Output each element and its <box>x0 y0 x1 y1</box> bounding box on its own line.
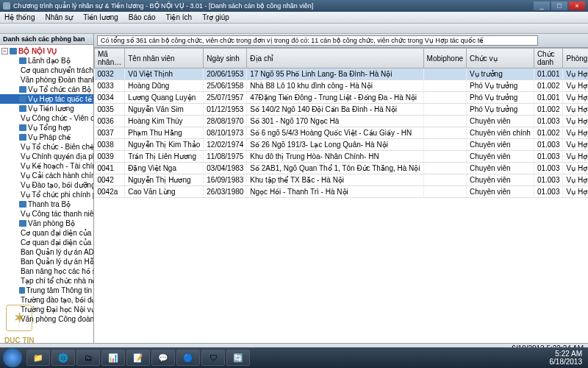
cell: Đặng Việt Nga <box>125 163 204 174</box>
cell: Vụ Hợp tác quốc tế <box>563 92 588 104</box>
table-row[interactable]: 0036Hoàng Kim Thúy28/08/1970Số 301 - Ngõ… <box>95 116 589 127</box>
cell: 0041 <box>95 163 125 174</box>
tree-item[interactable]: Cơ quan đại diện của Văn p <box>0 228 93 238</box>
cell: Số 2AB1, Ngõ Quan Thổ 1, Tôn Đức Thắng, … <box>247 163 423 174</box>
table-row[interactable]: 0033Hoàng Dũng25/06/1958Nhà B8 Lô 10 khu… <box>95 80 589 92</box>
taskbar-app[interactable]: 🔵 <box>176 350 200 366</box>
taskbar-app[interactable]: 🌐 <box>51 350 75 366</box>
taskbar-app[interactable]: 🗂 <box>76 350 100 366</box>
tree-item[interactable]: Lãnh đạo Bộ <box>0 56 93 66</box>
menu-item[interactable]: Tiền lương <box>83 13 118 21</box>
table-row[interactable]: 0037Phạm Thu Hằng08/10/1973Số 6 ngõ 5/4/… <box>95 127 589 139</box>
taskbar-app[interactable]: 🔄 <box>226 350 250 366</box>
taskbar-app[interactable]: 🛡 <box>201 350 225 366</box>
cell <box>423 174 466 186</box>
tree-item[interactable]: Ban nâng học các hồ sơ h <box>0 266 93 276</box>
person-icon <box>19 287 25 294</box>
tree-item[interactable]: Tạp chí tổ chức nhà nước <box>0 276 93 286</box>
tree-item[interactable]: Vụ Công chức - Viên chức <box>0 113 93 123</box>
tree-item-label: Ban Quản lý dự án Hỗ trợ n <box>21 257 93 266</box>
tree-item[interactable]: Vụ Đào tạo, bồi dưỡng cá <box>0 180 93 190</box>
tree-item[interactable]: Vụ Tổng hợp <box>0 123 93 132</box>
table-row[interactable]: 0035Nguyễn Văn Sim01/12/1953Số 140/2 Ngõ… <box>95 104 589 116</box>
cell: 01.003 <box>534 151 563 163</box>
column-header[interactable]: Phòng ban <box>563 49 588 68</box>
summary-text: Có tổng số 361 cán bộ công chức, viên ch… <box>97 35 538 46</box>
person-icon <box>19 96 26 102</box>
column-header[interactable]: Ngày sinh <box>204 49 247 68</box>
minimize-button[interactable]: _ <box>534 1 550 10</box>
cell: 0042 <box>95 174 125 186</box>
system-tray[interactable]: 5:22 AM 6/18/2013 <box>550 350 586 366</box>
tree-item[interactable]: Vụ Kế hoạch - Tài chính <box>0 161 93 171</box>
tree-root[interactable]: − BỘ NỘI VỤ <box>0 46 93 56</box>
taskbar-app[interactable]: 📊 <box>101 350 125 366</box>
cell: 01.003 <box>534 186 563 198</box>
person-icon <box>19 124 26 131</box>
close-button[interactable]: × <box>569 1 585 10</box>
table-row[interactable]: 0039Trần Thị Liên Hương11/08/1975Khu đô … <box>95 151 589 163</box>
menu-item[interactable]: Nhân sự <box>45 13 73 21</box>
table-row[interactable]: 0034Lương Quang Luyện25/07/195747Đặng Ti… <box>95 92 589 104</box>
tree-item[interactable]: Cơ quan đại diện của Văn p <box>0 238 93 247</box>
tree-item[interactable]: Vụ Tổ chức - Biên chế <box>0 142 93 152</box>
cell: 25/06/1958 <box>204 80 247 92</box>
tree-item[interactable]: Trường đào tạo, bồi dưỡn <box>0 295 93 305</box>
tree-item[interactable]: Vụ Hợp tác quốc tế <box>0 94 93 104</box>
taskbar-app[interactable]: 💬 <box>151 350 175 366</box>
window-title: Chương trình quản lý nhân sự & Tiền lươn… <box>13 2 534 10</box>
tree-item[interactable]: Vụ Tổ chức phi chính phủ <box>0 190 93 199</box>
table-row[interactable]: 0041Đặng Việt Nga03/04/1983Số 2AB1, Ngõ … <box>95 163 589 174</box>
taskbar-app[interactable]: 📁 <box>26 350 50 366</box>
tree-item[interactable]: Vụ Tiền lương <box>0 104 93 113</box>
tree-item[interactable]: Ban Quản lý dự án ADB <box>0 247 93 257</box>
menu-item[interactable]: Tiện ích <box>166 13 193 21</box>
cell: Chuyên viên <box>467 163 534 174</box>
tree-item-label: Vụ Tiền lương <box>28 104 74 113</box>
column-header[interactable]: Tên nhân viên <box>125 49 204 68</box>
tree-item[interactable]: Văn phòng Đoàn thanh ni <box>0 75 93 85</box>
tree-item[interactable]: Trung tâm Thông tin <box>0 286 93 295</box>
tree-item[interactable]: Vụ Pháp chế <box>0 132 93 142</box>
column-header[interactable]: Địa chỉ <box>247 49 423 68</box>
column-header[interactable]: Mobiphone <box>423 49 466 68</box>
column-header[interactable]: Chức danh <box>534 49 563 68</box>
tree-item-label: Vụ Tổ chức phi chính phủ <box>21 190 93 199</box>
employee-grid[interactable]: Mã nhân…Tên nhân viênNgày sinhĐịa chỉMob… <box>94 48 588 343</box>
tree-item[interactable]: Ban Quản lý dự án Hỗ trợ n <box>0 257 93 266</box>
cell: Nguyễn Thị Kim Thảo <box>125 139 204 151</box>
tree-item[interactable]: Cơ quan chuyển trách của <box>0 66 93 75</box>
collapse-icon[interactable]: − <box>1 48 8 54</box>
tree-item-label: Vụ Pháp chế <box>28 132 71 142</box>
cell: Phạm Thu Hằng <box>125 127 204 139</box>
tree-item-label: Văn phòng Bộ <box>28 219 75 228</box>
table-row[interactable]: 0038Nguyễn Thị Kim Thảo12/02/1974Số 26 N… <box>95 139 589 151</box>
menu-item[interactable]: Trợ giúp <box>202 13 229 21</box>
column-header[interactable]: Chức vụ <box>467 49 534 68</box>
cell <box>423 116 466 127</box>
cell <box>423 151 466 163</box>
column-header[interactable]: Mã nhân… <box>95 49 125 68</box>
tree-item[interactable]: Vụ Chính quyền địa phươn <box>0 152 93 161</box>
cell: Trần Thị Liên Hương <box>125 151 204 163</box>
start-button[interactable] <box>3 348 22 367</box>
taskbar-app[interactable]: 📝 <box>126 350 150 366</box>
tree-item[interactable]: Vụ Công tác thanh niên <box>0 209 93 219</box>
cell: Vụ Hợp tác quốc tế <box>563 127 588 139</box>
cell: Chuyên viên <box>467 174 534 186</box>
table-row[interactable]: 0042Nguyễn Thị Hương16/09/1983Khu tập th… <box>95 174 589 186</box>
tree-item[interactable]: Văn phòng Bộ <box>0 219 93 228</box>
menu-item[interactable]: Báo cáo <box>129 13 156 21</box>
tree-item[interactable]: Trường Đại học Nội vụ Hà <box>0 305 93 314</box>
maximize-button[interactable]: □ <box>551 1 567 10</box>
cell: Số 26 Ngõ 191/3- Lạc Long Quân- Hà Nội <box>247 139 423 151</box>
tree-item[interactable]: Văn phòng Công đoàn Bộ <box>0 314 93 324</box>
cell: Chuyên viên <box>467 139 534 151</box>
cell: 01.001 <box>534 92 563 104</box>
tree-item[interactable]: Vụ Tổ chức cán Bộ <box>0 85 93 94</box>
tree-item[interactable]: Thanh tra Bộ <box>0 199 93 209</box>
table-row[interactable]: 0032Vũ Việt Thịnh20/06/195317 Ngõ 95 Phố… <box>95 68 589 80</box>
menu-item[interactable]: Hệ thống <box>4 13 35 21</box>
table-row[interactable]: 0042aCao Văn Lừng26/03/1980Ngọc Hồi - Th… <box>95 186 589 198</box>
tree-item[interactable]: Vụ Cải cách hành chính <box>0 171 93 180</box>
